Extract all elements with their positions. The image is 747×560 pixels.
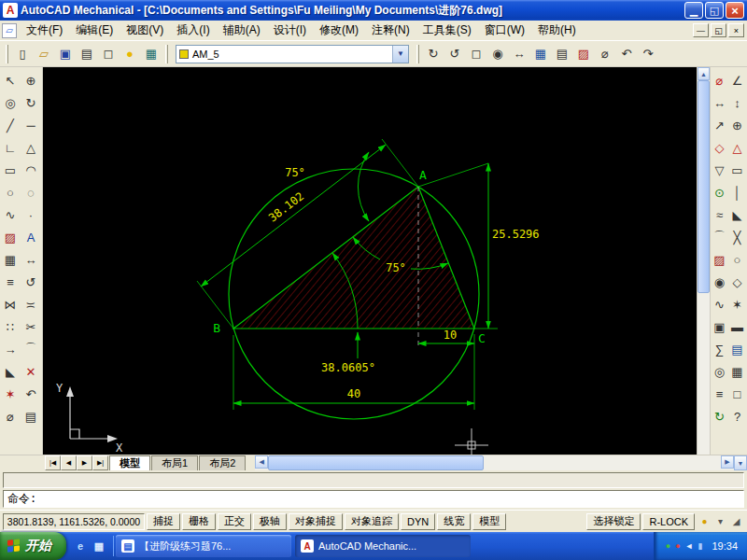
volume-tray-icon[interactable]: ◄ bbox=[685, 541, 694, 551]
show-desktop-icon[interactable]: ▦ bbox=[92, 539, 106, 553]
toggle-snap[interactable]: 捕捉 bbox=[147, 513, 180, 530]
vertical-scroll-track[interactable] bbox=[698, 293, 710, 455]
tab-first-button[interactable]: |◀ bbox=[45, 455, 61, 470]
menu-help[interactable]: 帮助(H) bbox=[531, 20, 583, 41]
alert-tray-icon[interactable]: ● bbox=[675, 541, 680, 551]
gear-icon[interactable]: ✶ bbox=[728, 293, 746, 315]
toggle-otrack[interactable]: 对象追踪 bbox=[345, 513, 399, 530]
clock[interactable]: 19:34 bbox=[708, 540, 738, 552]
arc-icon[interactable]: ◠ bbox=[21, 159, 41, 181]
vertex-label-c[interactable]: C bbox=[478, 331, 486, 345]
coords-display[interactable]: 3801.8139, 1161.5326, 0.0000 bbox=[3, 513, 145, 530]
toggle-lineweight[interactable]: 线宽 bbox=[437, 513, 471, 530]
annotation-lock-icon[interactable]: ● bbox=[697, 513, 712, 529]
layer-on-icon[interactable]: ● bbox=[120, 44, 140, 64]
leader-icon[interactable]: ↗ bbox=[711, 114, 728, 136]
measure-icon[interactable]: ⌀ bbox=[595, 44, 615, 64]
pan-icon[interactable]: ↔ bbox=[509, 44, 529, 64]
vertical-scroll-thumb[interactable] bbox=[698, 80, 710, 293]
tab-layout2[interactable]: 布局2 bbox=[199, 455, 246, 470]
array-icon[interactable]: ∷ bbox=[0, 315, 21, 338]
xline-icon[interactable]: ─ bbox=[21, 114, 41, 136]
vertical-scrollbar[interactable]: ▲ bbox=[697, 67, 710, 455]
fillet-icon[interactable]: ⌒ bbox=[21, 338, 41, 360]
rlock-button[interactable]: R-LOCK bbox=[642, 513, 695, 530]
antivirus-tray-icon[interactable]: ● bbox=[666, 541, 670, 551]
offset-icon[interactable]: ≍ bbox=[21, 293, 41, 315]
scroll-left-button[interactable]: ◀ bbox=[255, 455, 268, 469]
vertex-label-a[interactable]: A bbox=[419, 168, 427, 182]
view-icon[interactable]: □ bbox=[728, 383, 746, 405]
hatch2-icon[interactable]: ▨ bbox=[711, 248, 728, 271]
toolbar-options-icon[interactable]: ▾ bbox=[712, 513, 728, 529]
tab-prev-button[interactable]: ◀ bbox=[61, 455, 77, 470]
toggle-ortho[interactable]: 正交 bbox=[218, 513, 251, 530]
menu-toolsets[interactable]: 工具集(S) bbox=[416, 20, 478, 41]
save-icon[interactable]: ▣ bbox=[55, 44, 76, 64]
surface-symbol-icon[interactable]: ▽ bbox=[711, 159, 728, 181]
shaft-icon[interactable]: ▬ bbox=[728, 315, 746, 338]
layer-manager-icon[interactable]: ▦ bbox=[141, 44, 162, 64]
trim-icon[interactable]: ✂ bbox=[21, 315, 41, 338]
tab-layout1[interactable]: 布局1 bbox=[151, 455, 198, 470]
table-icon[interactable]: ▦ bbox=[530, 44, 551, 64]
bearing-icon[interactable]: ▣ bbox=[711, 315, 728, 338]
undo-icon[interactable]: ↶ bbox=[616, 44, 637, 64]
linear-dim-icon[interactable]: ↔ bbox=[711, 91, 728, 114]
ie-quicklaunch-icon[interactable]: e bbox=[73, 539, 88, 553]
command-input[interactable]: 命令: bbox=[3, 490, 744, 508]
zoom-icon[interactable]: ◎ bbox=[0, 91, 21, 114]
spring-icon[interactable]: ∿ bbox=[711, 293, 728, 315]
extend-icon[interactable]: → bbox=[0, 338, 21, 360]
undo-icon[interactable]: ↶ bbox=[21, 383, 41, 405]
balloon-icon[interactable]: ◎ bbox=[711, 360, 728, 383]
zoom-window-icon[interactable]: ◻ bbox=[466, 44, 486, 64]
horizontal-scroll-thumb[interactable] bbox=[268, 455, 484, 470]
tolerance-icon[interactable]: ⊕ bbox=[728, 114, 746, 136]
menu-insert[interactable]: 插入(I) bbox=[170, 20, 216, 41]
move-icon[interactable]: ↔ bbox=[21, 248, 41, 271]
scroll-right-button[interactable]: ▶ bbox=[721, 455, 734, 469]
rectangle-icon[interactable]: ▭ bbox=[0, 159, 21, 181]
minimize-button[interactable]: ▁ bbox=[684, 2, 703, 19]
new-icon[interactable]: ▯ bbox=[12, 44, 33, 64]
open-icon[interactable]: ▱ bbox=[34, 44, 54, 64]
distance-icon[interactable]: ⌀ bbox=[0, 405, 21, 427]
plot-preview-icon[interactable]: ◻ bbox=[98, 44, 119, 64]
drawing-canvas[interactable]: 38.102 75° 75° 25.52 bbox=[43, 67, 697, 455]
symbol-icon[interactable]: ◇ bbox=[711, 136, 728, 159]
select-icon[interactable]: ↖ bbox=[0, 69, 21, 91]
datum-icon[interactable]: ▭ bbox=[728, 159, 746, 181]
toolbar-grip[interactable] bbox=[165, 45, 168, 63]
menu-assist[interactable]: 辅助(A) bbox=[217, 20, 267, 41]
dim-foot-to-c[interactable]: 10 bbox=[418, 329, 474, 410]
ellipse-icon[interactable]: ◌ bbox=[21, 181, 41, 203]
tab-next-button[interactable]: ▶ bbox=[77, 455, 92, 470]
layers-icon[interactable]: ▤ bbox=[21, 405, 41, 427]
toggle-dyn[interactable]: DYN bbox=[401, 513, 435, 530]
horizontal-scroll-track[interactable] bbox=[484, 455, 721, 470]
bom-icon[interactable]: ▤ bbox=[728, 338, 746, 360]
layer-dropdown[interactable]: AM_5 ▼ bbox=[176, 45, 409, 63]
scroll-down-button[interactable]: ▼ bbox=[734, 455, 747, 470]
polygon-icon[interactable]: △ bbox=[21, 136, 41, 159]
bolt-icon[interactable]: ◉ bbox=[711, 271, 728, 293]
angle-dim-icon[interactable]: ∠ bbox=[728, 69, 746, 91]
text-icon[interactable]: A bbox=[21, 226, 41, 248]
mdi-close-button[interactable]: × bbox=[728, 23, 744, 37]
task-autocad[interactable]: A AutoCAD Mechanic... bbox=[295, 535, 471, 557]
chamfer2-icon[interactable]: ◣ bbox=[728, 203, 746, 226]
menu-edit[interactable]: 编辑(E) bbox=[69, 20, 120, 41]
restore-button[interactable]: ◱ bbox=[705, 2, 724, 19]
vertical-dim-icon[interactable]: ↕ bbox=[728, 91, 746, 114]
menu-view[interactable]: 视图(V) bbox=[120, 20, 170, 41]
fillet2-icon[interactable]: ⌒ bbox=[711, 226, 728, 248]
spline-icon[interactable]: ∿ bbox=[0, 203, 21, 226]
plot-icon[interactable]: ▤ bbox=[77, 44, 97, 64]
triangle-abc[interactable] bbox=[233, 187, 474, 329]
toggle-grid[interactable]: 栅格 bbox=[182, 513, 216, 530]
regen-icon[interactable]: ↺ bbox=[444, 44, 465, 64]
vertex-label-b[interactable]: B bbox=[213, 321, 220, 335]
polyline-icon[interactable]: ∟ bbox=[0, 136, 21, 159]
explode-icon[interactable]: ✶ bbox=[0, 383, 21, 405]
